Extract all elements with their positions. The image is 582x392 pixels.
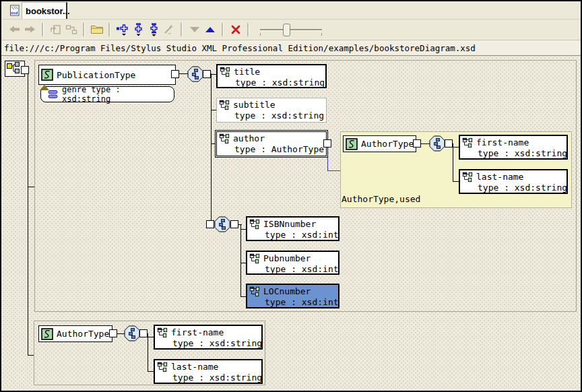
element-type: type : xsd:int bbox=[265, 297, 337, 307]
element-name: subtitle bbox=[233, 100, 276, 110]
open-folder-button[interactable] bbox=[89, 22, 104, 37]
complextype-icon bbox=[41, 69, 53, 81]
type-reference-line bbox=[327, 170, 340, 171]
file-path: file:///c:/Program Files/Stylus Studio X… bbox=[1, 43, 476, 53]
expand-element-button[interactable] bbox=[115, 22, 130, 37]
diagram-canvas: PublicationType genre type : xsd:string … bbox=[1, 56, 581, 389]
port bbox=[109, 329, 117, 337]
attribute-icon bbox=[48, 90, 59, 99]
element-name: author bbox=[233, 133, 265, 143]
element-icon bbox=[218, 100, 230, 110]
element-icon bbox=[156, 327, 168, 338]
connector-line bbox=[28, 74, 28, 355]
slider-tick bbox=[260, 33, 261, 36]
tab-title: bookstor... bbox=[26, 6, 70, 16]
slider-tick bbox=[321, 33, 322, 36]
complextype-name: AuthorType bbox=[57, 329, 109, 339]
connector-line bbox=[148, 371, 154, 372]
zoom-slider[interactable] bbox=[259, 22, 323, 37]
magic-wand-icon bbox=[163, 24, 175, 36]
collapse-button[interactable] bbox=[187, 22, 202, 37]
complextype-authortype-global[interactable]: AuthorType bbox=[38, 325, 112, 342]
port bbox=[413, 139, 421, 148]
complextype-publicationtype[interactable]: PublicationType bbox=[38, 65, 176, 85]
connector-line bbox=[453, 147, 459, 148]
complextype-name: PublicationType bbox=[57, 70, 135, 80]
connector-line bbox=[148, 337, 154, 337]
zoom-slider-track[interactable] bbox=[260, 29, 322, 31]
toolbar-separator bbox=[108, 23, 110, 36]
forward-arrow-icon bbox=[24, 25, 36, 34]
port bbox=[206, 220, 214, 228]
back-arrow-icon bbox=[9, 25, 20, 34]
element-box-title[interactable]: title type : xsd:string bbox=[216, 64, 327, 88]
export-document-button[interactable] bbox=[48, 22, 63, 37]
element-box-last-name-used[interactable]: last-name type : xsd:string bbox=[459, 169, 568, 194]
element-box-isbnnumber[interactable]: ISBNnumber type : xsd:int bbox=[246, 216, 340, 241]
refactor-split-icon bbox=[65, 24, 77, 35]
back-button[interactable] bbox=[7, 22, 22, 37]
element-box-subtitle[interactable]: subtitle type : xsd:string bbox=[216, 98, 327, 123]
sequence-icon[interactable] bbox=[429, 135, 445, 152]
element-type: type : xsd:int bbox=[265, 230, 337, 240]
tab-strip: xsd bookstor... bbox=[1, 1, 581, 20]
app-window: xsd bookstor... bbox=[0, 0, 582, 392]
expand-button[interactable] bbox=[202, 22, 218, 37]
element-box-first-name-used[interactable]: first-name type : xsd:string bbox=[459, 135, 568, 160]
forward-button[interactable] bbox=[22, 22, 38, 37]
authortype-used-caption: AuthorType,used bbox=[342, 194, 420, 204]
element-box-locnumber[interactable]: LOCnumber type : xsd:int bbox=[246, 284, 340, 308]
sequence-icon[interactable] bbox=[187, 66, 203, 82]
port bbox=[203, 70, 211, 78]
toolbar-separator bbox=[247, 23, 249, 36]
element-type: type : xsd:int bbox=[265, 264, 337, 274]
delete-button[interactable] bbox=[228, 22, 243, 37]
refactor-split-button[interactable] bbox=[63, 22, 79, 37]
element-name: first-name bbox=[171, 327, 224, 337]
connector-line bbox=[28, 355, 34, 356]
toolbar-separator bbox=[222, 23, 224, 36]
connector-line bbox=[240, 224, 241, 296]
element-icon bbox=[156, 362, 168, 372]
complextype-icon bbox=[346, 138, 358, 150]
connector-line bbox=[240, 263, 246, 263]
triangle-down-icon bbox=[189, 26, 200, 33]
sequence-icon[interactable] bbox=[124, 325, 140, 341]
attribute-genre[interactable]: genre type : xsd:string bbox=[40, 86, 174, 102]
expand-all-icon bbox=[147, 23, 160, 36]
element-type: type : AuthorType bbox=[234, 144, 325, 154]
folder-icon bbox=[90, 24, 104, 34]
element-icon bbox=[461, 172, 474, 183]
element-icon bbox=[218, 133, 230, 144]
zoom-slider-thumb[interactable] bbox=[283, 24, 290, 36]
element-icon bbox=[249, 219, 261, 230]
connector-line bbox=[148, 333, 148, 372]
complextype-authortype-used[interactable]: AuthorType bbox=[343, 135, 416, 152]
element-box-pubnumber[interactable]: Pubnumber type : xsd:int bbox=[246, 251, 340, 275]
element-box-first-name-global[interactable]: first-name type : xsd:string bbox=[154, 325, 263, 350]
element-box-author[interactable]: author type : AuthorType bbox=[216, 131, 327, 156]
sequence-icon[interactable] bbox=[214, 216, 230, 232]
connector-line bbox=[211, 74, 216, 75]
element-box-last-name-global[interactable]: last-name type : xsd:string bbox=[154, 359, 263, 384]
xsd-file-icon: xsd bbox=[9, 5, 20, 16]
collapse-attributes-marker[interactable] bbox=[40, 85, 49, 90]
expand-element-icon bbox=[116, 23, 129, 36]
attribute-label: genre type : xsd:string bbox=[62, 85, 171, 104]
expand-all-button[interactable] bbox=[146, 22, 161, 37]
port bbox=[21, 66, 29, 74]
document-tab[interactable]: bookstor... bbox=[22, 2, 67, 19]
port bbox=[445, 139, 453, 148]
toolbar-separator bbox=[181, 23, 183, 36]
expand-down-button[interactable] bbox=[130, 22, 146, 37]
magic-wand-button[interactable] bbox=[161, 22, 176, 37]
element-icon bbox=[461, 137, 474, 148]
element-name: last-name bbox=[476, 172, 523, 182]
complextype-icon bbox=[41, 328, 53, 340]
port bbox=[323, 139, 331, 148]
connector-line bbox=[453, 143, 453, 182]
expand-down-icon bbox=[131, 23, 145, 36]
element-name: LOCnumber bbox=[263, 286, 311, 296]
address-bar: file:///c:/Program Files/Stylus Studio X… bbox=[1, 40, 581, 56]
type-reference-line bbox=[327, 148, 328, 170]
